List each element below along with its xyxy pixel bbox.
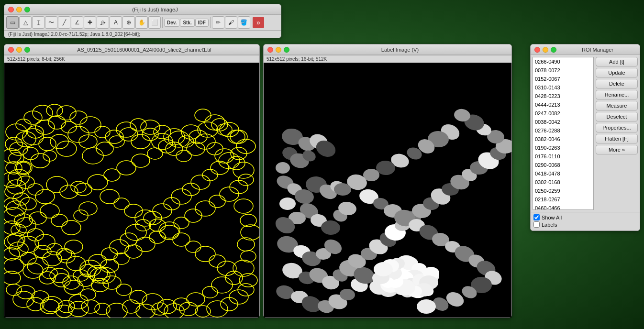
label-window: Label Image (V) 512x512 pixels; 16-bit; … <box>263 44 512 318</box>
label-titlebar: Label Image (V) <box>264 44 511 55</box>
roi-list-item[interactable]: 0176-0110 <box>533 152 593 161</box>
deselect-roi-button[interactable]: Deselect <box>596 112 638 121</box>
roi-list[interactable]: 0266-04900078-00720152-00670310-01430428… <box>533 57 594 210</box>
roi-list-item[interactable]: 0460-0466 <box>533 204 593 210</box>
channel1-info: 512x512 pixels; 8-bit; 256K <box>4 55 259 63</box>
line-tool[interactable]: ╱ <box>58 16 70 29</box>
measure-roi-button[interactable]: Measure <box>596 101 638 110</box>
channel1-title: AS_09125_050116000001_A24f00d0_slice2_ch… <box>33 47 255 53</box>
labels-label[interactable]: Labels <box>542 222 557 228</box>
close-button-channel1[interactable] <box>8 47 14 53</box>
maximize-button-roi[interactable] <box>551 47 556 53</box>
pencil-tool[interactable]: ✏ <box>212 16 224 29</box>
close-button-toolbar[interactable] <box>8 7 14 12</box>
hand-tool[interactable]: ✋ <box>135 16 148 29</box>
roi-list-item[interactable]: 0247-0082 <box>533 109 593 118</box>
labels-checkbox[interactable] <box>533 221 540 228</box>
toolbar-window: (Fiji Is Just) ImageJ ▭ △ ⌶ 〜 ╱ ∠ ✚ ⌮ A … <box>4 4 281 38</box>
roi-traffic-lights <box>534 47 556 53</box>
roi-manager-title: ROI Manager <box>559 47 636 53</box>
roi-list-item[interactable]: 0038-0042 <box>533 118 593 126</box>
roi-list-item[interactable]: 0266-0490 <box>533 57 593 66</box>
tool-separator-2 <box>210 17 211 28</box>
point-tool[interactable]: ✚ <box>84 16 96 29</box>
flatten-roi-button[interactable]: Flatten [F] <box>596 134 638 143</box>
roi-list-item[interactable]: 0444-0213 <box>533 100 593 109</box>
text-tool[interactable]: A <box>110 16 122 29</box>
roi-list-item[interactable]: 0152-0067 <box>533 75 593 83</box>
toolbar-tools: ▭ △ ⌶ 〜 ╱ ∠ ✚ ⌮ A ⊕ ✋ ⬜ Dev. Stk. IDF ✏ … <box>4 15 281 30</box>
roi-list-item[interactable]: 0302-0168 <box>533 178 593 186</box>
show-all-checkbox[interactable] <box>533 214 540 220</box>
maximize-button-label[interactable] <box>284 47 289 53</box>
toolbar-title: (Fiji Is Just) ImageJ <box>33 7 277 12</box>
rect-select-tool[interactable]: ⬜ <box>148 16 161 29</box>
show-all-label[interactable]: Show All <box>542 215 562 220</box>
minimize-button-toolbar[interactable] <box>16 7 22 12</box>
channel1-titlebar: AS_09125_050116000001_A24f00d0_slice2_ch… <box>4 44 259 55</box>
close-button-roi[interactable] <box>534 47 540 53</box>
roi-content: 0266-04900078-00720152-00670310-01430428… <box>531 55 640 212</box>
channel1-canvas[interactable] <box>4 63 259 318</box>
rectangle-tool[interactable]: ▭ <box>6 16 19 29</box>
bucket-tool[interactable]: 🪣 <box>238 16 250 29</box>
brush-tool[interactable]: 🖌 <box>225 16 237 29</box>
close-button-label[interactable] <box>267 47 273 53</box>
roi-list-item[interactable]: 0078-0072 <box>533 66 593 75</box>
roi-buttons: Add [t] Update Delete Rename... Measure … <box>596 57 638 210</box>
update-roi-button[interactable]: Update <box>596 68 638 77</box>
minimize-button-roi[interactable] <box>543 47 548 53</box>
toolbar-status: (Fiji Is Just) ImageJ 2.0.0-rc-71/1.52p;… <box>4 30 281 38</box>
idf-label-tool[interactable]: IDF <box>195 19 209 27</box>
dev-label-tool[interactable]: Dev. <box>164 19 179 27</box>
roi-list-item[interactable]: 0428-0223 <box>533 92 593 100</box>
channel1-traffic-lights <box>8 47 30 53</box>
roi-list-item[interactable]: 0250-0259 <box>533 186 593 195</box>
label-canvas[interactable] <box>264 63 511 318</box>
polygon-tool[interactable]: ⌶ <box>32 16 44 29</box>
roi-manager-titlebar: ROI Manager <box>531 44 640 55</box>
roi-manager: ROI Manager 0266-04900078-00720152-00670… <box>530 44 640 231</box>
maximize-button-toolbar[interactable] <box>24 7 30 12</box>
wand-tool[interactable]: ⌮ <box>97 16 109 29</box>
more-roi-button[interactable]: More » <box>596 145 638 154</box>
roi-list-item[interactable]: 0276-0288 <box>533 126 593 135</box>
roi-list-item[interactable]: 0218-0267 <box>533 195 593 204</box>
roi-list-item[interactable]: 0418-0478 <box>533 169 593 178</box>
label-info: 512x512 pixels; 16-bit; 512K <box>264 55 511 63</box>
label-traffic-lights <box>267 47 289 53</box>
roi-list-item[interactable]: 0190-0263 <box>533 143 593 152</box>
properties-roi-button[interactable]: Properties... <box>596 123 638 132</box>
minimize-button-channel1[interactable] <box>16 47 22 53</box>
roi-list-item[interactable]: 0382-0046 <box>533 135 593 143</box>
labels-row: Labels <box>533 221 637 228</box>
toolbar-titlebar: (Fiji Is Just) ImageJ <box>4 4 281 15</box>
more-tools-button[interactable]: » <box>253 17 264 28</box>
angle-tool[interactable]: ∠ <box>71 16 83 29</box>
roi-list-item[interactable]: 0310-0143 <box>533 83 593 92</box>
tool-separator-1 <box>162 17 163 28</box>
delete-roi-button[interactable]: Delete <box>596 79 638 88</box>
toolbar-traffic-lights <box>8 7 30 12</box>
oval-tool[interactable]: △ <box>19 16 32 29</box>
zoom-tool[interactable]: ⊕ <box>122 16 135 29</box>
freehand-tool[interactable]: 〜 <box>45 16 57 29</box>
add-roi-button[interactable]: Add [t] <box>596 57 638 66</box>
rename-roi-button[interactable]: Rename... <box>596 90 638 99</box>
channel1-window: AS_09125_050116000001_A24f00d0_slice2_ch… <box>4 44 260 318</box>
show-all-row: Show All <box>533 214 637 220</box>
roi-bottom: Show All Labels <box>531 212 640 230</box>
roi-list-item[interactable]: 0290-0068 <box>533 161 593 169</box>
stk-label-tool[interactable]: Stk. <box>180 19 194 27</box>
minimize-button-label[interactable] <box>276 47 281 53</box>
maximize-button-channel1[interactable] <box>24 47 30 53</box>
label-title: Label Image (V) <box>292 47 508 53</box>
